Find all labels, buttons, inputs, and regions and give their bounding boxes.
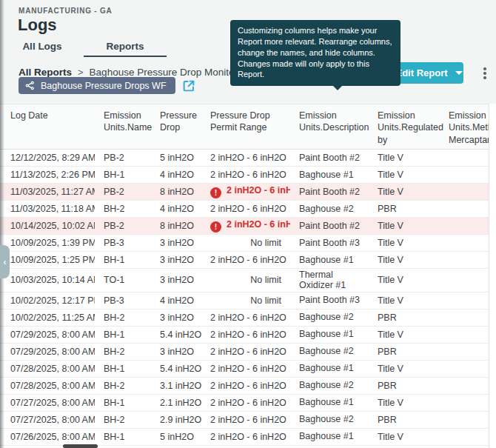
table-row[interactable]: 07/27/2025, 8:00 AM BH-2 2.9 inH2O 2 inH… [0, 411, 489, 428]
cell-regulated-by: Title V [369, 292, 440, 309]
cell-methyl-mercaptan [440, 292, 489, 309]
table-row[interactable]: 07/28/2025, 8:00 AM BH-1 5.4 inH2O 2 inH… [0, 360, 489, 377]
table-row[interactable]: 10/09/2025, 1:25 PM BH-1 3 inH2O 2 inH2O… [0, 251, 489, 268]
column-header-methyl-mercaptan[interactable]: Emission Units.Methyl Mercaptan… [440, 104, 489, 149]
table-row[interactable]: 11/03/2025, 11:18 AM BH-2 4 inH2O 2 inH2… [0, 200, 489, 217]
table-row[interactable]: 07/28/2025, 8:00 AM BH-2 3.1 inH2O 2 inH… [0, 377, 489, 394]
cell-regulated-by: Title V [369, 217, 440, 234]
cell-pressure-drop: 5 inH2O [151, 428, 201, 445]
cell-pressure-drop: 3 inH2O [151, 343, 201, 360]
cell-regulated-by: Title V [369, 394, 440, 411]
cell-permit-range: 2 inH2O - 6 inH2O [201, 149, 290, 166]
cell-methyl-mercaptan [440, 251, 489, 268]
cell-unit-name: BH-1 [95, 394, 151, 411]
cell-permit-range: !2 inH2O - 6 inH2O [201, 183, 290, 200]
breadcrumb: All Reports > Baghouse Pressure Drop Mon… [19, 67, 251, 78]
cell-methyl-mercaptan [440, 360, 489, 377]
cell-log-date: 10/02/2025, 12:17 PM [0, 292, 95, 309]
collapse-chevron-icon: ‹ [3, 256, 6, 267]
cell-pressure-drop: 5.4 inH2O [151, 326, 201, 343]
cell-unit-name: BH-2 [95, 411, 151, 428]
cell-regulated-by: PBR [369, 309, 440, 326]
table-row[interactable]: 11/13/2025, 2:26 PM BH-1 4 inH2O 2 inH2O… [0, 166, 489, 183]
column-header-emission-units-name[interactable]: Emission Units.Name [95, 104, 151, 149]
cell-permit-range: 2 inH2O - 6 inH2O [201, 251, 290, 268]
cell-log-date: 07/29/2025, 8:00 AM [0, 326, 95, 343]
cell-methyl-mercaptan [440, 183, 489, 200]
table-row[interactable]: 10/09/2025, 1:39 PM PB-3 3 inH2O No limi… [0, 234, 489, 251]
table-body: 12/12/2025, 8:29 AM PB-2 5 inH2O 2 inH2O… [0, 149, 489, 448]
cell-description: Thermal Oxidizer #1 [290, 268, 369, 292]
cell-description: Paint Booth #2 [290, 217, 369, 234]
cell-methyl-mercaptan [440, 217, 489, 234]
cell-unit-name: PB-2 [95, 149, 151, 166]
cell-permit-range: 2 inH2O - 6 inH2O [201, 309, 290, 326]
cell-methyl-mercaptan [440, 394, 489, 411]
cell-regulated-by: Title V [369, 234, 440, 251]
more-options-kebab-button[interactable] [477, 64, 493, 82]
cell-log-date: 10/14/2025, 10:02 AM [0, 217, 95, 234]
table-row[interactable]: 07/27/2025, 8:00 AM BH-1 2.1 inH2O 2 inH… [0, 394, 489, 411]
cell-methyl-mercaptan [440, 326, 489, 343]
cell-log-date: 10/02/2025, 11:25 AM [0, 309, 95, 326]
cell-unit-name: PB-2 [95, 183, 151, 200]
table-row[interactable]: 10/14/2025, 10:02 AM PB-2 8 inH2O !2 inH… [0, 217, 489, 234]
customize-columns-tooltip: Customizing columns helps make your Repo… [230, 20, 401, 86]
table-row[interactable]: 07/29/2025, 8:00 AM BH-2 3 inH2O 2 inH2O… [0, 343, 489, 360]
cell-pressure-drop: 8 inH2O [151, 217, 201, 234]
cell-pressure-drop: 3 inH2O [151, 234, 201, 251]
cell-log-date: 10/09/2025, 1:39 PM [0, 234, 95, 251]
cell-pressure-drop: 5.4 inH2O [151, 360, 201, 377]
table-row[interactable]: 10/02/2025, 11:25 AM BH-2 3 inH2O 2 inH2… [0, 309, 489, 326]
cell-description: Paint Booth #3 [290, 234, 369, 251]
workflow-chip[interactable]: Baghouse Pressure Drops WF [19, 77, 175, 94]
tab-reports[interactable]: Reports [84, 37, 167, 57]
cell-permit-range: No limit [201, 292, 290, 309]
table-row[interactable]: 10/02/2025, 12:17 PM PB-3 4 inH2O No lim… [0, 292, 489, 309]
cell-pressure-drop: 3 inH2O [151, 268, 201, 292]
column-header-regulated-by[interactable]: Emission Units.Regulated by [369, 104, 440, 149]
cell-methyl-mercaptan [440, 343, 489, 360]
cell-log-date: 11/03/2025, 11:27 AM [0, 183, 95, 200]
cell-methyl-mercaptan [440, 200, 489, 217]
cell-unit-name: BH-2 [95, 309, 151, 326]
cell-methyl-mercaptan [440, 149, 489, 166]
cell-unit-name: BH-1 [95, 428, 151, 445]
workflow-chip-label: Baghouse Pressure Drops WF [41, 81, 167, 91]
table-row[interactable]: 12/12/2025, 8:29 AM PB-2 5 inH2O 2 inH2O… [0, 149, 489, 166]
cell-log-date: 07/28/2025, 8:00 AM [0, 360, 95, 377]
sidebar-collapse-handle[interactable]: ‹ [0, 245, 10, 278]
cell-pressure-drop: 8 inH2O [151, 183, 201, 200]
edit-report-button[interactable]: Edit Report [395, 62, 463, 84]
column-header-log-date[interactable]: Log Date [0, 104, 95, 149]
breadcrumb-all-reports[interactable]: All Reports [19, 67, 72, 78]
cell-permit-range: 2 inH2O - 6 inH2O [201, 360, 290, 377]
cell-regulated-by: Title V [369, 326, 440, 343]
cell-pressure-drop: 4 inH2O [151, 200, 201, 217]
cell-unit-name: BH-1 [95, 251, 151, 268]
table-row[interactable]: 07/26/2025, 8:00 AM BH-1 5 inH2O 2 inH2O… [0, 428, 489, 445]
cell-permit-range: 2 inH2O - 6 inH2O [201, 394, 290, 411]
table-row[interactable]: 07/29/2025, 8:00 AM BH-1 5.4 inH2O 2 inH… [0, 326, 489, 343]
cell-pressure-drop: 4 inH2O [151, 166, 201, 183]
cell-permit-range: No limit [201, 268, 290, 292]
table-row[interactable]: 10/03/2025, 10:14 AM TO-1 3 inH2O No lim… [0, 268, 489, 292]
cell-regulated-by: PBR [369, 377, 440, 394]
workflow-chip-row: Baghouse Pressure Drops WF [19, 77, 195, 94]
cell-description: Baghouse #2 [290, 377, 369, 394]
column-header-permit-range[interactable]: Pressure Drop Permit Range [201, 104, 290, 149]
column-header-pressure-drop[interactable]: Pressure Drop [151, 104, 201, 149]
tooltip-caret [333, 86, 342, 90]
tab-all-logs[interactable]: All Logs [1, 37, 84, 57]
cell-unit-name: BH-2 [95, 445, 151, 448]
cell-permit-range: !2 inH2O - 6 inH2O [201, 217, 290, 234]
open-workflow-external-icon[interactable] [182, 79, 195, 93]
cell-regulated-by: Title V [369, 428, 440, 445]
cell-description: Paint Booth #2 [290, 149, 369, 166]
cell-log-date: 10/03/2025, 10:14 AM [0, 268, 95, 292]
column-header-description[interactable]: Emission Units.Description [290, 104, 369, 149]
horizontal-scrollbar-thumb[interactable] [63, 444, 98, 448]
cell-pressure-drop: 3 inH2O [151, 309, 201, 326]
table-row[interactable]: 11/03/2025, 11:27 AM PB-2 8 inH2O !2 inH… [0, 183, 489, 200]
chevron-down-icon [455, 71, 463, 75]
